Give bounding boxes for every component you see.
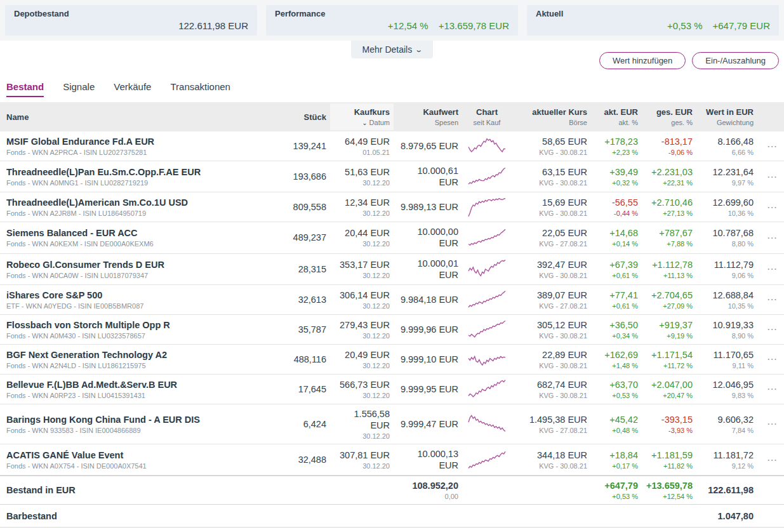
kaufwert-value: 10.000,61 EUR	[397, 165, 458, 188]
bestand-total-akt-pct: +0,53 %	[595, 493, 638, 500]
mehr-details-label: Mehr Details	[362, 44, 413, 55]
ges-eur-value: +919,37	[646, 319, 693, 331]
aktueller-kurs-value: 389,07 EUR	[515, 289, 587, 301]
tab-verkäufe[interactable]: Verkäufe	[114, 81, 151, 97]
row-menu-button[interactable]: ⋯	[757, 201, 784, 213]
col-chart[interactable]: Chart seit Kauf	[462, 102, 512, 131]
row-menu-button[interactable]: ⋯	[757, 383, 784, 395]
stueck-value: 32,488	[274, 454, 326, 465]
gewichtung-value: 6,66 %	[700, 149, 754, 156]
bestand-total-ges-pct: +12,54 %	[646, 493, 693, 500]
col-name[interactable]: Name	[6, 112, 266, 122]
col-kaufkurs[interactable]: Kaufkurs ⌄Datum	[330, 103, 394, 130]
row-menu-button[interactable]: ⋯	[757, 293, 784, 305]
sparkline-chart	[467, 164, 507, 189]
instrument-info: Fonds - WKN A0X754 - ISIN DE000A0X7541	[6, 462, 266, 470]
instrument-name[interactable]: iShares Core S&P 500	[6, 289, 266, 301]
row-menu-button[interactable]: ⋯	[757, 263, 784, 275]
gewichtung-value: 9,11 %	[700, 362, 754, 369]
instrument-name[interactable]: Bellevue F.(L)BB Ad.Medt.&Serv.B EUR	[6, 379, 266, 390]
sparkline-chart	[467, 225, 507, 249]
depotbestand-card: Depotbestand 122.611,98 EUR	[5, 5, 257, 36]
instrument-name[interactable]: Robeco Gl.Consumer Trends D EUR	[6, 259, 266, 270]
akt-pct-value: +1,48 %	[595, 362, 638, 369]
row-menu-button[interactable]: ⋯	[757, 232, 784, 244]
wert-in-eur-value: 11.181,72	[700, 449, 754, 461]
table-row[interactable]: BGF Next Generation Technology A2Fonds -…	[0, 345, 784, 375]
wert-in-eur-value: 12.688,84	[700, 289, 754, 301]
row-menu-button[interactable]: ⋯	[757, 353, 784, 365]
kauf-datum: 30.12.20	[334, 432, 390, 440]
ges-pct-value: +9,19 %	[646, 332, 693, 340]
kaufkurs-value: 20,49 EUR	[334, 349, 390, 361]
ges-pct-value: +22,31 %	[646, 179, 693, 187]
kaufkurs-value: 64,49 EUR	[334, 136, 390, 147]
tab-bestand[interactable]: Bestand	[6, 81, 44, 97]
kaufkurs-value: 307,81 EUR	[334, 449, 390, 461]
ein-auszahlung-button[interactable]: Ein-/Auszahlung	[692, 52, 779, 69]
row-menu-button[interactable]: ⋯	[757, 418, 784, 430]
kauf-datum: 30.12.20	[334, 302, 390, 310]
tab-signale[interactable]: Signale	[63, 81, 95, 97]
col-aktueller-kurs[interactable]: aktueller Kurs Börse	[512, 103, 591, 130]
col-wert-in-eur[interactable]: Wert in EUR Gewichtung	[696, 103, 757, 130]
instrument-name[interactable]: Flossbach von Storch Multiple Opp R	[6, 319, 266, 331]
aktuell-label: Aktuell	[536, 9, 770, 18]
instrument-info: Fonds - WKN A0CA0W - ISIN LU0187079347	[6, 272, 266, 279]
table-row[interactable]: Bellevue F.(L)BB Ad.Medt.&Serv.B EURFond…	[0, 375, 784, 404]
kaufwert-value: 8.979,65 EUR	[397, 140, 458, 152]
instrument-name[interactable]: BGF Next Generation Technology A2	[6, 349, 266, 361]
wert-hinzufuegen-button[interactable]: Wert hinzufügen	[599, 52, 686, 69]
ges-pct-value: -9,06 %	[646, 149, 693, 156]
sparkline-chart	[467, 347, 507, 371]
aktuell-percent: +0,53 %	[667, 20, 702, 31]
boerse-info: KVG - 27.08.21	[515, 427, 587, 434]
barbestand-row: Barbestand 1.047,80	[0, 505, 784, 528]
ges-eur-value: +1.181,59	[646, 449, 693, 461]
instrument-info: Fonds - WKN A2JR8M - ISIN LU1864950719	[6, 209, 266, 217]
sparkline-chart	[467, 448, 507, 472]
col-stueck[interactable]: Stück	[274, 112, 326, 122]
instrument-name[interactable]: Barings Hong Kong China Fund - A EUR DIS	[6, 414, 266, 425]
instrument-name[interactable]: MSIF Global Endurance Fd.A EUR	[6, 136, 266, 147]
sort-chevron-icon: ⌄	[362, 119, 367, 126]
gewichtung-value: 10,35 %	[700, 302, 754, 310]
performance-value: +13.659,78 EUR	[439, 20, 509, 31]
table-row[interactable]: MSIF Global Endurance Fd.A EURFonds - WK…	[0, 131, 784, 161]
instrument-name[interactable]: Threadneedle(L)Pan Eu.Sm.C.Opp.F.AE EUR	[6, 166, 266, 178]
stueck-value: 193,686	[274, 171, 326, 182]
col-kaufwert[interactable]: Kaufwert Spesen	[394, 103, 462, 130]
aktueller-kurs-value: 392,47 EUR	[515, 259, 587, 270]
tab-transaktionen[interactable]: Transaktionen	[170, 81, 230, 97]
table-row[interactable]: ACATIS GANÉ Value EventFonds - WKN A0X75…	[0, 444, 784, 475]
kaufwert-value: 10.000,01 EUR	[397, 258, 458, 281]
instrument-name[interactable]: ACATIS GANÉ Value Event	[6, 449, 266, 461]
table-row[interactable]: Siemens Balanced - EUR ACCFonds - WKN A0…	[0, 222, 784, 253]
wert-in-eur-value: 9.606,32	[700, 414, 754, 425]
col-ges-eur[interactable]: ges. EUR ges. %	[642, 103, 696, 130]
row-menu-button[interactable]: ⋯	[757, 454, 784, 466]
bestand-total-wert: 122.611,98	[700, 484, 754, 496]
table-row[interactable]: Threadneedle(L)American Sm.Co.1U USDFond…	[0, 192, 784, 222]
col-akt-eur[interactable]: akt. EUR akt. %	[591, 103, 642, 130]
ges-pct-value: -3,93 %	[646, 427, 693, 434]
boerse-info: KVG - 30.08.21	[515, 332, 587, 340]
ges-pct-value: +11,82 %	[646, 462, 693, 470]
kauf-datum: 30.12.20	[334, 392, 390, 399]
row-menu-button[interactable]: ⋯	[757, 323, 784, 335]
table-row[interactable]: iShares Core S&P 500ETF - WKN A0YEDG - I…	[0, 285, 784, 315]
instrument-name[interactable]: Siemens Balanced - EUR ACC	[6, 227, 266, 239]
table-row[interactable]: Flossbach von Storch Multiple Opp RFonds…	[0, 315, 784, 345]
kaufkurs-value: 51,63 EUR	[334, 166, 390, 178]
bestand-total-row: Bestand in EUR 108.952,20 0,00 +647,79 +…	[0, 475, 784, 505]
mehr-details-button[interactable]: Mehr Details ⌄	[351, 41, 434, 58]
instrument-info: Fonds - WKN 933583 - ISIN IE0004866889	[6, 427, 266, 434]
instrument-name[interactable]: Threadneedle(L)American Sm.Co.1U USD	[6, 197, 266, 208]
akt-pct-value: +0,32 %	[595, 179, 638, 187]
kaufkurs-value: 12,34 EUR	[334, 197, 390, 208]
row-menu-button[interactable]: ⋯	[757, 171, 784, 183]
row-menu-button[interactable]: ⋯	[757, 140, 784, 152]
table-row[interactable]: Robeco Gl.Consumer Trends D EURFonds - W…	[0, 254, 784, 285]
table-row[interactable]: Threadneedle(L)Pan Eu.Sm.C.Opp.F.AE EURF…	[0, 161, 784, 192]
table-row[interactable]: Barings Hong Kong China Fund - A EUR DIS…	[0, 404, 784, 444]
